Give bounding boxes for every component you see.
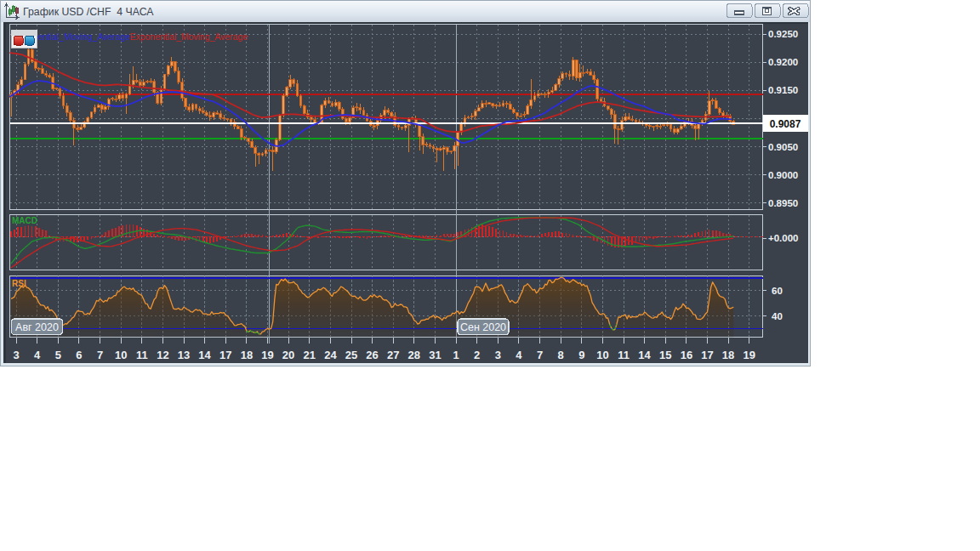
svg-text:0.9200: 0.9200 — [768, 57, 798, 67]
svg-text:19: 19 — [744, 349, 755, 361]
svg-text:10: 10 — [115, 349, 127, 361]
svg-text:10: 10 — [596, 349, 608, 361]
svg-text:Сен 2020: Сен 2020 — [460, 321, 506, 333]
svg-text:11: 11 — [136, 349, 148, 361]
svg-text:7: 7 — [537, 349, 543, 361]
svg-text:9: 9 — [578, 349, 584, 361]
svg-text:40: 40 — [772, 311, 783, 321]
svg-text:27: 27 — [387, 349, 399, 361]
svg-text:3: 3 — [13, 349, 19, 361]
svg-text:19: 19 — [261, 349, 273, 361]
svg-text:6: 6 — [76, 349, 82, 361]
svg-text:0.8950: 0.8950 — [768, 198, 798, 208]
svg-text:0.9150: 0.9150 — [768, 85, 798, 95]
svg-text:0.9087: 0.9087 — [770, 118, 801, 130]
svg-text:15: 15 — [659, 349, 671, 361]
svg-text:4: 4 — [516, 349, 522, 361]
svg-text:7: 7 — [97, 349, 103, 361]
svg-text:ential_Moving_Average: ential_Moving_Average — [38, 31, 131, 42]
svg-text:2: 2 — [474, 349, 480, 361]
svg-text:4: 4 — [34, 349, 41, 361]
svg-text:18: 18 — [722, 349, 734, 361]
svg-text:21: 21 — [303, 349, 315, 361]
svg-text:24: 24 — [324, 349, 337, 361]
svg-text:31: 31 — [429, 349, 441, 361]
svg-text:0.9050: 0.9050 — [768, 142, 798, 152]
svg-text:5: 5 — [55, 349, 61, 361]
svg-text:14: 14 — [198, 349, 211, 361]
svg-text:1: 1 — [453, 349, 459, 361]
svg-text:14: 14 — [638, 349, 651, 361]
svg-text:0.9250: 0.9250 — [768, 29, 798, 39]
svg-text:11: 11 — [618, 349, 630, 361]
svg-text:20: 20 — [282, 349, 294, 361]
svg-text:8: 8 — [558, 349, 564, 361]
svg-text:Exponential_Moving_Average: Exponential_Moving_Average — [130, 31, 248, 42]
svg-text:12: 12 — [157, 349, 168, 361]
svg-text:13: 13 — [178, 349, 190, 361]
svg-text:RSI: RSI — [12, 279, 26, 288]
svg-text:MACD: MACD — [12, 216, 37, 225]
svg-text:16: 16 — [681, 349, 692, 361]
svg-text:3: 3 — [495, 349, 501, 361]
svg-text:18: 18 — [241, 349, 253, 361]
svg-text:Авг 2020: Авг 2020 — [15, 321, 59, 333]
svg-text:17: 17 — [219, 349, 231, 361]
svg-text:0.9000: 0.9000 — [768, 170, 798, 180]
svg-text:25: 25 — [345, 349, 357, 361]
svg-text:60: 60 — [772, 286, 783, 296]
svg-text:26: 26 — [366, 349, 378, 361]
svg-text:График USD /CHF 4 ЧАСА: График USD /CHF 4 ЧАСА — [23, 6, 154, 18]
svg-text:28: 28 — [408, 349, 420, 361]
svg-text:+0.000: +0.000 — [768, 233, 799, 243]
svg-text:17: 17 — [701, 349, 713, 361]
